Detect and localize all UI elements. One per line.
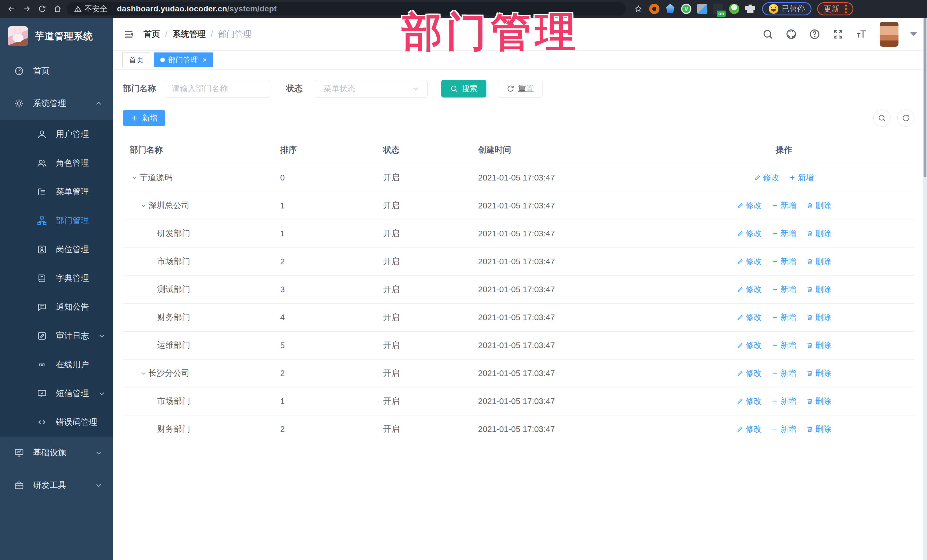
forward-icon[interactable] [21, 3, 33, 15]
extension-person-icon[interactable] [729, 4, 739, 14]
extensions-puzzle-icon[interactable] [745, 4, 755, 14]
add-link[interactable]: 新增 [771, 396, 796, 407]
extension-orange-icon[interactable] [649, 4, 660, 14]
reload-icon[interactable] [36, 3, 49, 15]
edit-pencil-icon [737, 425, 744, 433]
add-link[interactable]: 新增 [771, 340, 796, 351]
user-avatar[interactable] [880, 22, 898, 47]
sidebar-item-menu-mgmt[interactable]: 菜单管理 [0, 178, 112, 206]
add-link[interactable]: 新增 [789, 172, 814, 183]
expand-caret-icon[interactable] [138, 201, 148, 211]
edit-pencil-icon [737, 314, 744, 321]
sidebar-item-role-mgmt[interactable]: 角色管理 [0, 149, 112, 178]
browser-scrollbar[interactable] [923, 18, 927, 560]
edit-link[interactable]: 修改 [754, 172, 779, 183]
sidebar-item-label: 通知公告 [56, 301, 103, 313]
back-icon[interactable] [5, 3, 18, 15]
close-tab-icon[interactable]: × [202, 56, 207, 64]
edit-link[interactable]: 修改 [737, 312, 761, 323]
expand-caret-icon[interactable] [138, 369, 148, 378]
edit-link[interactable]: 修改 [737, 368, 761, 379]
table-row: 财务部门4开启2021-01-05 17:03:47修改新增删除 [123, 304, 915, 331]
tab-dept-mgmt[interactable]: 部门管理 × [154, 52, 213, 67]
security-label: 不安全 [84, 4, 108, 14]
fullscreen-icon[interactable] [830, 26, 846, 42]
toggle-search-button[interactable] [873, 109, 891, 127]
edit-link[interactable]: 修改 [737, 424, 761, 434]
sidebar-item-audit-log[interactable]: 审计日志 [0, 321, 112, 350]
add-button[interactable]: 新增 [123, 110, 165, 126]
extension-grid-icon[interactable] [697, 4, 707, 14]
add-link[interactable]: 新增 [771, 256, 796, 267]
tab-home[interactable]: 首页 [122, 52, 150, 67]
delete-link[interactable]: 删除 [806, 200, 831, 211]
delete-link[interactable]: 删除 [806, 424, 831, 434]
app-logo-row[interactable]: 芋道管理系统 [0, 18, 112, 55]
sidebar-item-dev-tools[interactable]: 研发工具 [0, 469, 112, 502]
extension-drop-icon[interactable] [665, 4, 675, 14]
bookmark-star-icon[interactable] [633, 4, 643, 14]
annotation-title: 部门管理 [401, 5, 580, 60]
add-link[interactable]: 新增 [771, 312, 796, 323]
delete-link[interactable]: 删除 [806, 312, 831, 323]
edit-link[interactable]: 修改 [737, 396, 761, 407]
add-link[interactable]: 新增 [771, 200, 796, 211]
status-select[interactable]: 菜单状态 [316, 80, 427, 97]
dept-created: 2021-01-05 17:03:47 [471, 359, 653, 387]
add-link[interactable]: 新增 [771, 424, 796, 434]
extension-on-badge-icon[interactable] [713, 4, 723, 14]
sidebar-item-sms-mgmt[interactable]: 短信管理 [0, 379, 112, 408]
github-icon[interactable] [783, 26, 799, 42]
add-link[interactable]: 新增 [771, 284, 796, 295]
sidebar-item-label: 用户管理 [56, 129, 103, 140]
edit-link[interactable]: 修改 [737, 228, 761, 239]
profile-paused-pill[interactable]: 已暂停 [762, 2, 812, 15]
table-row: 测试部门3开启2021-01-05 17:03:47修改新增删除 [123, 275, 915, 304]
edit-link[interactable]: 修改 [737, 256, 761, 267]
breadcrumb-current: 部门管理 [218, 29, 251, 40]
menu-kebab-icon[interactable] [845, 5, 847, 14]
edit-link[interactable]: 修改 [737, 340, 761, 351]
sidebar-item-error-code[interactable]: 错误码管理 [0, 408, 112, 437]
expand-caret-icon[interactable] [130, 173, 140, 182]
reset-button[interactable]: 重置 [498, 80, 543, 97]
dept-sort: 5 [273, 331, 376, 359]
dept-sort: 1 [273, 387, 376, 415]
delete-link[interactable]: 删除 [806, 284, 831, 295]
collapse-sidebar-icon[interactable] [122, 28, 135, 41]
font-size-icon[interactable] [853, 26, 869, 42]
delete-link[interactable]: 删除 [806, 396, 831, 407]
user-menu-caret-icon[interactable] [910, 32, 917, 36]
breadcrumb-home[interactable]: 首页 [143, 29, 160, 40]
extension-green-icon[interactable]: V [681, 4, 691, 14]
dept-name-input[interactable] [164, 80, 270, 97]
sidebar-item-user-mgmt[interactable]: 用户管理 [0, 120, 112, 149]
add-link[interactable]: 新增 [771, 228, 796, 239]
delete-link[interactable]: 删除 [806, 368, 831, 379]
sidebar-item-system[interactable]: 系统管理 [0, 87, 112, 120]
breadcrumb-system[interactable]: 系统管理 [173, 29, 206, 40]
sidebar-item-notice[interactable]: 通知公告 [0, 293, 112, 321]
delete-link[interactable]: 删除 [806, 228, 831, 239]
sidebar-item-label: 菜单管理 [56, 186, 103, 197]
search-button[interactable]: 搜索 [441, 80, 486, 97]
delete-link[interactable]: 删除 [806, 340, 831, 351]
browser-update-button[interactable]: 更新 [817, 2, 853, 15]
sidebar-item-online-user[interactable]: 在线用户 [0, 350, 112, 379]
edit-link[interactable]: 修改 [737, 200, 761, 211]
sidebar-item-dict-mgmt[interactable]: 字典管理 [0, 264, 112, 293]
help-icon[interactable] [807, 26, 823, 42]
search-icon[interactable] [760, 26, 776, 42]
sidebar-item-home[interactable]: 首页 [0, 55, 112, 87]
delete-link[interactable]: 删除 [806, 256, 831, 267]
refresh-table-button[interactable] [897, 109, 915, 127]
scrollbar-thumb[interactable] [924, 18, 926, 178]
sidebar-item-label: 错误码管理 [56, 417, 103, 428]
edit-pencil-icon [737, 202, 744, 209]
sidebar-item-post-mgmt[interactable]: 岗位管理 [0, 235, 112, 264]
edit-link[interactable]: 修改 [737, 284, 761, 295]
sidebar-item-dept-mgmt[interactable]: 部门管理 [0, 206, 112, 235]
home-icon[interactable] [51, 3, 64, 15]
add-link[interactable]: 新增 [771, 368, 796, 379]
sidebar-item-infra[interactable]: 基础设施 [0, 437, 112, 469]
